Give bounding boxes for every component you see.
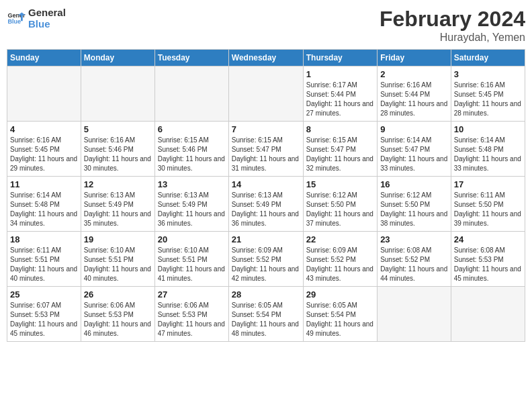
calendar-cell: 11Sunrise: 6:14 AM Sunset: 5:48 PM Dayli…	[7, 177, 81, 232]
day-number: 25	[10, 289, 78, 300]
calendar-cell: 9Sunrise: 6:14 AM Sunset: 5:47 PM Daylig…	[378, 122, 451, 177]
calendar-cell	[378, 287, 451, 342]
calendar-cell	[228, 66, 303, 122]
calendar-cell: 21Sunrise: 6:09 AM Sunset: 5:52 PM Dayli…	[228, 232, 303, 287]
day-number: 17	[454, 179, 522, 189]
calendar-cell: 19Sunrise: 6:10 AM Sunset: 5:51 PM Dayli…	[81, 232, 154, 287]
svg-text:Blue: Blue	[7, 18, 21, 25]
day-number: 6	[158, 124, 226, 134]
day-info: Sunrise: 6:09 AM Sunset: 5:52 PM Dayligh…	[306, 246, 374, 283]
calendar-cell	[81, 66, 154, 122]
day-info: Sunrise: 6:14 AM Sunset: 5:48 PM Dayligh…	[454, 136, 522, 173]
day-number: 4	[10, 124, 78, 134]
day-info: Sunrise: 6:15 AM Sunset: 5:46 PM Dayligh…	[158, 136, 226, 173]
day-number: 2	[380, 69, 448, 79]
day-number: 1	[306, 69, 374, 79]
calendar-cell: 5Sunrise: 6:16 AM Sunset: 5:46 PM Daylig…	[81, 122, 154, 177]
day-info: Sunrise: 6:06 AM Sunset: 5:53 PM Dayligh…	[84, 301, 152, 338]
day-number: 5	[84, 124, 152, 134]
day-number: 28	[232, 289, 300, 300]
day-number: 12	[84, 179, 152, 189]
day-number: 24	[454, 234, 522, 244]
day-info: Sunrise: 6:11 AM Sunset: 5:51 PM Dayligh…	[10, 246, 78, 283]
day-number: 7	[232, 124, 300, 134]
day-info: Sunrise: 6:12 AM Sunset: 5:50 PM Dayligh…	[380, 191, 448, 228]
calendar-cell: 26Sunrise: 6:06 AM Sunset: 5:53 PM Dayli…	[81, 287, 154, 342]
day-info: Sunrise: 6:16 AM Sunset: 5:44 PM Dayligh…	[380, 81, 448, 118]
day-number: 8	[306, 124, 374, 134]
day-info: Sunrise: 6:17 AM Sunset: 5:44 PM Dayligh…	[306, 81, 374, 118]
calendar-cell: 27Sunrise: 6:06 AM Sunset: 5:53 PM Dayli…	[154, 287, 228, 342]
day-info: Sunrise: 6:13 AM Sunset: 5:49 PM Dayligh…	[158, 191, 226, 228]
day-number: 15	[306, 179, 374, 189]
calendar-cell: 20Sunrise: 6:10 AM Sunset: 5:51 PM Dayli…	[154, 232, 228, 287]
header-tuesday: Tuesday	[154, 50, 228, 66]
day-number: 20	[158, 234, 226, 244]
day-info: Sunrise: 6:14 AM Sunset: 5:47 PM Dayligh…	[380, 136, 448, 173]
week-row-4: 25Sunrise: 6:07 AM Sunset: 5:53 PM Dayli…	[7, 287, 525, 342]
week-row-0: 1Sunrise: 6:17 AM Sunset: 5:44 PM Daylig…	[7, 66, 525, 122]
header-monday: Monday	[81, 50, 154, 66]
header-thursday: Thursday	[303, 50, 377, 66]
week-row-2: 11Sunrise: 6:14 AM Sunset: 5:48 PM Dayli…	[7, 177, 525, 232]
calendar-cell: 28Sunrise: 6:05 AM Sunset: 5:54 PM Dayli…	[228, 287, 303, 342]
calendar-table: Sunday Monday Tuesday Wednesday Thursday…	[7, 49, 525, 342]
day-number: 16	[380, 179, 448, 189]
day-number: 10	[454, 124, 522, 134]
day-info: Sunrise: 6:16 AM Sunset: 5:45 PM Dayligh…	[10, 136, 78, 173]
calendar-cell: 25Sunrise: 6:07 AM Sunset: 5:53 PM Dayli…	[7, 287, 81, 342]
calendar-cell: 18Sunrise: 6:11 AM Sunset: 5:51 PM Dayli…	[7, 232, 81, 287]
calendar-cell: 15Sunrise: 6:12 AM Sunset: 5:50 PM Dayli…	[303, 177, 377, 232]
week-row-3: 18Sunrise: 6:11 AM Sunset: 5:51 PM Dayli…	[7, 232, 525, 287]
day-number: 11	[10, 179, 78, 189]
calendar-cell: 1Sunrise: 6:17 AM Sunset: 5:44 PM Daylig…	[303, 66, 377, 122]
header-wednesday: Wednesday	[228, 50, 303, 66]
calendar-cell: 22Sunrise: 6:09 AM Sunset: 5:52 PM Dayli…	[303, 232, 377, 287]
calendar-cell: 7Sunrise: 6:15 AM Sunset: 5:47 PM Daylig…	[228, 122, 303, 177]
day-info: Sunrise: 6:13 AM Sunset: 5:49 PM Dayligh…	[232, 191, 300, 228]
day-number: 27	[158, 289, 226, 300]
header-saturday: Saturday	[451, 50, 525, 66]
day-info: Sunrise: 6:07 AM Sunset: 5:53 PM Dayligh…	[10, 301, 78, 338]
day-number: 21	[232, 234, 300, 244]
calendar-cell: 17Sunrise: 6:11 AM Sunset: 5:50 PM Dayli…	[451, 177, 525, 232]
day-info: Sunrise: 6:16 AM Sunset: 5:45 PM Dayligh…	[454, 81, 522, 118]
day-number: 19	[84, 234, 152, 244]
day-number: 3	[454, 69, 522, 79]
day-info: Sunrise: 6:08 AM Sunset: 5:53 PM Dayligh…	[454, 246, 522, 283]
calendar-cell: 10Sunrise: 6:14 AM Sunset: 5:48 PM Dayli…	[451, 122, 525, 177]
day-info: Sunrise: 6:10 AM Sunset: 5:51 PM Dayligh…	[158, 246, 226, 283]
header-friday: Friday	[378, 50, 451, 66]
logo: General Blue General Blue	[7, 7, 66, 30]
day-number: 22	[306, 234, 374, 244]
day-info: Sunrise: 6:10 AM Sunset: 5:51 PM Dayligh…	[84, 246, 152, 283]
day-number: 14	[232, 179, 300, 189]
header-sunday: Sunday	[7, 50, 81, 66]
month-title: February 2024	[380, 7, 525, 32]
day-info: Sunrise: 6:08 AM Sunset: 5:52 PM Dayligh…	[380, 246, 448, 283]
day-info: Sunrise: 6:06 AM Sunset: 5:53 PM Dayligh…	[158, 301, 226, 338]
calendar-cell	[7, 66, 81, 122]
day-info: Sunrise: 6:15 AM Sunset: 5:47 PM Dayligh…	[306, 136, 374, 173]
calendar-cell: 3Sunrise: 6:16 AM Sunset: 5:45 PM Daylig…	[451, 66, 525, 122]
day-number: 29	[306, 289, 374, 300]
calendar-cell: 12Sunrise: 6:13 AM Sunset: 5:49 PM Dayli…	[81, 177, 154, 232]
logo-blue-text: Blue	[28, 18, 66, 30]
week-row-1: 4Sunrise: 6:16 AM Sunset: 5:45 PM Daylig…	[7, 122, 525, 177]
day-info: Sunrise: 6:05 AM Sunset: 5:54 PM Dayligh…	[232, 301, 300, 338]
calendar-cell: 24Sunrise: 6:08 AM Sunset: 5:53 PM Dayli…	[451, 232, 525, 287]
day-number: 18	[10, 234, 78, 244]
day-number: 23	[380, 234, 448, 244]
day-info: Sunrise: 6:13 AM Sunset: 5:49 PM Dayligh…	[84, 191, 152, 228]
day-number: 13	[158, 179, 226, 189]
calendar-cell: 2Sunrise: 6:16 AM Sunset: 5:44 PM Daylig…	[378, 66, 451, 122]
title-block: February 2024 Huraydah, Yemen	[380, 7, 525, 44]
day-info: Sunrise: 6:09 AM Sunset: 5:52 PM Dayligh…	[232, 246, 300, 283]
calendar-cell: 29Sunrise: 6:05 AM Sunset: 5:54 PM Dayli…	[303, 287, 377, 342]
day-info: Sunrise: 6:12 AM Sunset: 5:50 PM Dayligh…	[306, 191, 374, 228]
calendar-cell	[154, 66, 228, 122]
weekday-header-row: Sunday Monday Tuesday Wednesday Thursday…	[7, 50, 525, 66]
calendar-cell: 6Sunrise: 6:15 AM Sunset: 5:46 PM Daylig…	[154, 122, 228, 177]
calendar-cell: 14Sunrise: 6:13 AM Sunset: 5:49 PM Dayli…	[228, 177, 303, 232]
logo-general-text: General	[28, 7, 66, 18]
